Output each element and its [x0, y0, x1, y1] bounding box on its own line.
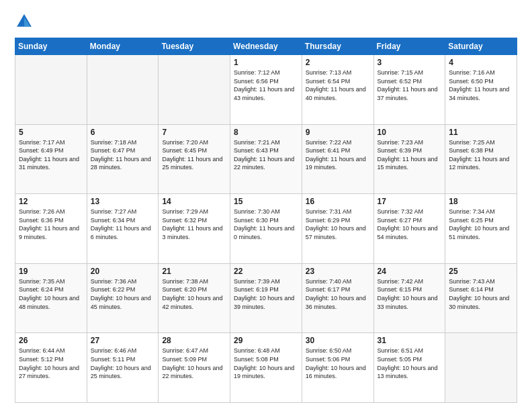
day-info: Sunrise: 7:31 AMSunset: 6:29 PMDaylight:… [306, 208, 370, 241]
calendar-cell: 12Sunrise: 7:26 AMSunset: 6:36 PMDayligh… [15, 194, 87, 264]
day-number: 5 [19, 128, 83, 137]
day-header: Friday [373, 38, 445, 55]
day-number: 11 [449, 128, 513, 137]
day-number: 4 [449, 58, 513, 67]
logo-icon [15, 12, 34, 31]
calendar-cell: 1Sunrise: 7:12 AMSunset: 6:56 PMDaylight… [230, 55, 302, 125]
calendar-cell: 10Sunrise: 7:23 AMSunset: 6:39 PMDayligh… [373, 124, 445, 194]
day-number: 28 [162, 336, 226, 345]
calendar-table: SundayMondayTuesdayWednesdayThursdayFrid… [15, 38, 517, 403]
day-number: 9 [306, 128, 370, 137]
day-info: Sunrise: 7:40 AMSunset: 6:17 PMDaylight:… [306, 277, 370, 311]
calendar-cell: 11Sunrise: 7:25 AMSunset: 6:38 PMDayligh… [445, 124, 517, 194]
day-info: Sunrise: 7:30 AMSunset: 6:30 PMDaylight:… [234, 208, 298, 241]
day-info: Sunrise: 7:36 AMSunset: 6:22 PMDaylight:… [91, 277, 155, 311]
day-number: 16 [306, 197, 370, 206]
calendar-week: 12Sunrise: 7:26 AMSunset: 6:36 PMDayligh… [15, 194, 517, 264]
calendar-cell: 23Sunrise: 7:40 AMSunset: 6:17 PMDayligh… [302, 263, 373, 333]
day-info: Sunrise: 7:27 AMSunset: 6:34 PMDaylight:… [91, 208, 155, 241]
day-number: 12 [19, 197, 83, 206]
day-number: 1 [234, 58, 298, 67]
calendar-cell: 26Sunrise: 6:44 AMSunset: 5:12 PMDayligh… [15, 333, 87, 403]
day-info: Sunrise: 6:51 AMSunset: 5:05 PMDaylight:… [378, 347, 442, 380]
day-number: 20 [91, 267, 155, 276]
day-header: Monday [87, 38, 159, 55]
day-number: 25 [449, 267, 513, 276]
calendar-cell: 2Sunrise: 7:13 AMSunset: 6:54 PMDaylight… [302, 55, 373, 125]
day-info: Sunrise: 6:44 AMSunset: 5:12 PMDaylight:… [19, 347, 83, 380]
day-info: Sunrise: 7:26 AMSunset: 6:36 PMDaylight:… [19, 208, 83, 241]
day-header: Wednesday [230, 38, 302, 55]
header-row: SundayMondayTuesdayWednesdayThursdayFrid… [15, 38, 517, 55]
day-info: Sunrise: 6:47 AMSunset: 5:09 PMDaylight:… [162, 347, 226, 380]
day-info: Sunrise: 7:35 AMSunset: 6:24 PMDaylight:… [19, 277, 83, 311]
day-info: Sunrise: 7:20 AMSunset: 6:45 PMDaylight:… [162, 138, 226, 172]
day-info: Sunrise: 7:18 AMSunset: 6:47 PMDaylight:… [91, 138, 155, 172]
day-info: Sunrise: 6:46 AMSunset: 5:11 PMDaylight:… [91, 347, 155, 380]
calendar-cell: 27Sunrise: 6:46 AMSunset: 5:11 PMDayligh… [87, 333, 159, 403]
day-info: Sunrise: 7:38 AMSunset: 6:20 PMDaylight:… [162, 277, 226, 311]
day-number: 2 [306, 58, 370, 67]
day-info: Sunrise: 7:42 AMSunset: 6:15 PMDaylight:… [378, 277, 442, 311]
calendar-cell: 17Sunrise: 7:32 AMSunset: 6:27 PMDayligh… [373, 194, 445, 264]
day-number: 24 [378, 267, 442, 276]
day-number: 30 [306, 336, 370, 345]
header [15, 12, 517, 31]
day-number: 23 [306, 267, 370, 276]
calendar-week: 5Sunrise: 7:17 AMSunset: 6:49 PMDaylight… [15, 124, 517, 194]
calendar-cell: 8Sunrise: 7:21 AMSunset: 6:43 PMDaylight… [230, 124, 302, 194]
page: SundayMondayTuesdayWednesdayThursdayFrid… [0, 0, 532, 411]
day-header: Saturday [445, 38, 517, 55]
day-number: 31 [378, 336, 442, 345]
day-number: 3 [378, 58, 442, 67]
day-number: 18 [449, 197, 513, 206]
calendar-cell [87, 55, 159, 125]
day-info: Sunrise: 7:13 AMSunset: 6:54 PMDaylight:… [306, 68, 370, 102]
day-info: Sunrise: 7:39 AMSunset: 6:19 PMDaylight:… [234, 277, 298, 311]
day-number: 6 [91, 128, 155, 137]
day-info: Sunrise: 7:32 AMSunset: 6:27 PMDaylight:… [378, 208, 442, 241]
day-info: Sunrise: 6:50 AMSunset: 5:06 PMDaylight:… [306, 347, 370, 380]
calendar-cell: 16Sunrise: 7:31 AMSunset: 6:29 PMDayligh… [302, 194, 373, 264]
calendar-week: 19Sunrise: 7:35 AMSunset: 6:24 PMDayligh… [15, 263, 517, 333]
logo [15, 12, 36, 31]
day-number: 29 [234, 336, 298, 345]
day-info: Sunrise: 7:22 AMSunset: 6:41 PMDaylight:… [306, 138, 370, 172]
calendar-cell: 19Sunrise: 7:35 AMSunset: 6:24 PMDayligh… [15, 263, 87, 333]
day-info: Sunrise: 7:15 AMSunset: 6:52 PMDaylight:… [378, 68, 442, 102]
day-info: Sunrise: 7:29 AMSunset: 6:32 PMDaylight:… [162, 208, 226, 241]
calendar-cell [159, 55, 230, 125]
day-info: Sunrise: 7:17 AMSunset: 6:49 PMDaylight:… [19, 138, 83, 172]
calendar-week: 26Sunrise: 6:44 AMSunset: 5:12 PMDayligh… [15, 333, 517, 403]
day-info: Sunrise: 7:43 AMSunset: 6:14 PMDaylight:… [449, 277, 513, 311]
calendar-cell: 21Sunrise: 7:38 AMSunset: 6:20 PMDayligh… [159, 263, 230, 333]
day-header: Tuesday [159, 38, 230, 55]
calendar-cell: 18Sunrise: 7:34 AMSunset: 6:25 PMDayligh… [445, 194, 517, 264]
calendar-cell: 14Sunrise: 7:29 AMSunset: 6:32 PMDayligh… [159, 194, 230, 264]
calendar-cell: 13Sunrise: 7:27 AMSunset: 6:34 PMDayligh… [87, 194, 159, 264]
day-info: Sunrise: 7:12 AMSunset: 6:56 PMDaylight:… [234, 68, 298, 102]
day-header: Thursday [302, 38, 373, 55]
calendar-cell: 25Sunrise: 7:43 AMSunset: 6:14 PMDayligh… [445, 263, 517, 333]
day-info: Sunrise: 7:23 AMSunset: 6:39 PMDaylight:… [378, 138, 442, 172]
calendar-cell: 4Sunrise: 7:16 AMSunset: 6:50 PMDaylight… [445, 55, 517, 125]
day-number: 26 [19, 336, 83, 345]
day-number: 10 [378, 128, 442, 137]
calendar-cell: 22Sunrise: 7:39 AMSunset: 6:19 PMDayligh… [230, 263, 302, 333]
calendar-cell: 31Sunrise: 6:51 AMSunset: 5:05 PMDayligh… [373, 333, 445, 403]
calendar-cell: 24Sunrise: 7:42 AMSunset: 6:15 PMDayligh… [373, 263, 445, 333]
day-number: 8 [234, 128, 298, 137]
day-number: 17 [378, 197, 442, 206]
day-info: Sunrise: 7:25 AMSunset: 6:38 PMDaylight:… [449, 138, 513, 172]
calendar-cell: 7Sunrise: 7:20 AMSunset: 6:45 PMDaylight… [159, 124, 230, 194]
day-number: 14 [162, 197, 226, 206]
calendar-cell: 20Sunrise: 7:36 AMSunset: 6:22 PMDayligh… [87, 263, 159, 333]
calendar-cell: 3Sunrise: 7:15 AMSunset: 6:52 PMDaylight… [373, 55, 445, 125]
day-number: 13 [91, 197, 155, 206]
day-header: Sunday [15, 38, 87, 55]
day-info: Sunrise: 6:48 AMSunset: 5:08 PMDaylight:… [234, 347, 298, 380]
day-info: Sunrise: 7:34 AMSunset: 6:25 PMDaylight:… [449, 208, 513, 241]
day-number: 7 [162, 128, 226, 137]
calendar-cell: 15Sunrise: 7:30 AMSunset: 6:30 PMDayligh… [230, 194, 302, 264]
calendar-cell: 9Sunrise: 7:22 AMSunset: 6:41 PMDaylight… [302, 124, 373, 194]
